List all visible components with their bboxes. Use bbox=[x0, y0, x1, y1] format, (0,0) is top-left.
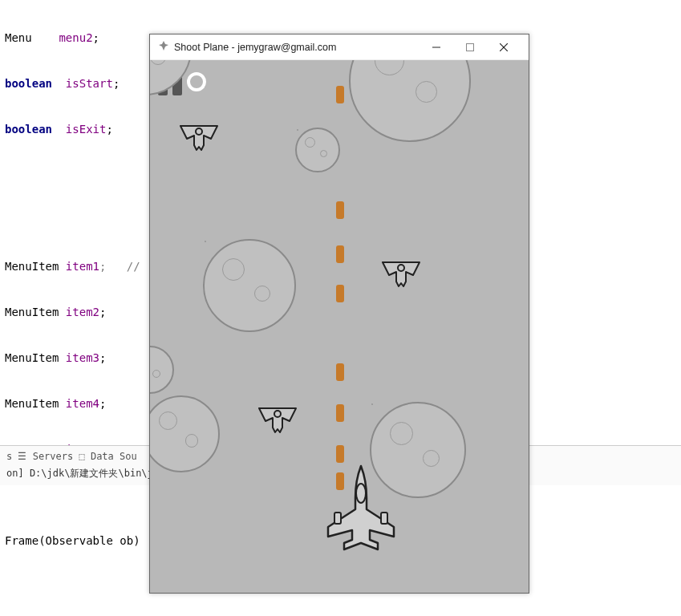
pause-ring-icon bbox=[187, 72, 206, 91]
window-title-text: Shoot Plane - jemygraw@gmail.com bbox=[174, 42, 336, 53]
code-token: ; bbox=[106, 123, 112, 136]
code-token: ; bbox=[99, 351, 106, 364]
bullet bbox=[336, 245, 344, 263]
player-ship[interactable] bbox=[317, 463, 405, 553]
code-token: isStart bbox=[66, 77, 113, 90]
code-token: ; bbox=[99, 397, 106, 410]
code-token: ; bbox=[99, 306, 106, 318]
code-keyword: boolean bbox=[5, 123, 66, 136]
bullet bbox=[336, 404, 344, 422]
code-token: ; bbox=[113, 77, 120, 90]
window-title-bar[interactable]: Shoot Plane - jemygraw@gmail.com bbox=[150, 34, 529, 60]
code-token: item1 bbox=[66, 260, 99, 273]
svg-rect-1 bbox=[467, 43, 474, 51]
svg-rect-9 bbox=[381, 513, 387, 524]
code-token: isExit bbox=[66, 123, 107, 136]
code-token: item4 bbox=[66, 397, 99, 410]
code-token: MenuItem bbox=[5, 306, 66, 318]
code-token: Frame(Observable ob) bbox=[5, 534, 140, 547]
code-token: MenuItem bbox=[5, 351, 66, 364]
code-keyword: boolean bbox=[5, 77, 66, 90]
code-token: menu2 bbox=[59, 31, 92, 44]
game-window[interactable]: Shoot Plane - jemygraw@gmail.com bbox=[149, 34, 529, 594]
code-token: Menu bbox=[5, 31, 59, 44]
asteroid bbox=[203, 239, 296, 332]
app-icon bbox=[158, 40, 169, 54]
code-token: ; bbox=[93, 31, 99, 44]
bullet bbox=[336, 363, 344, 381]
bullet bbox=[336, 86, 344, 103]
code-token: item2 bbox=[66, 306, 99, 318]
bullet bbox=[336, 445, 344, 463]
close-button[interactable] bbox=[487, 35, 521, 59]
asteroid bbox=[150, 395, 220, 472]
game-canvas[interactable] bbox=[150, 60, 529, 593]
code-token: MenuItem bbox=[5, 260, 66, 273]
asteroid bbox=[349, 60, 471, 142]
maximize-button[interactable] bbox=[453, 35, 487, 59]
code-token: item3 bbox=[66, 351, 99, 364]
enemy-plane bbox=[256, 402, 299, 436]
bullet bbox=[336, 285, 344, 302]
code-comment: ; // bbox=[99, 260, 140, 273]
svg-rect-8 bbox=[334, 513, 341, 524]
asteroid bbox=[295, 128, 340, 172]
code-token: MenuItem bbox=[5, 397, 66, 410]
enemy-plane bbox=[379, 256, 423, 290]
bullet bbox=[336, 201, 344, 219]
enemy-plane bbox=[177, 120, 221, 154]
minimize-button[interactable] bbox=[420, 35, 453, 59]
asteroid bbox=[150, 346, 174, 394]
